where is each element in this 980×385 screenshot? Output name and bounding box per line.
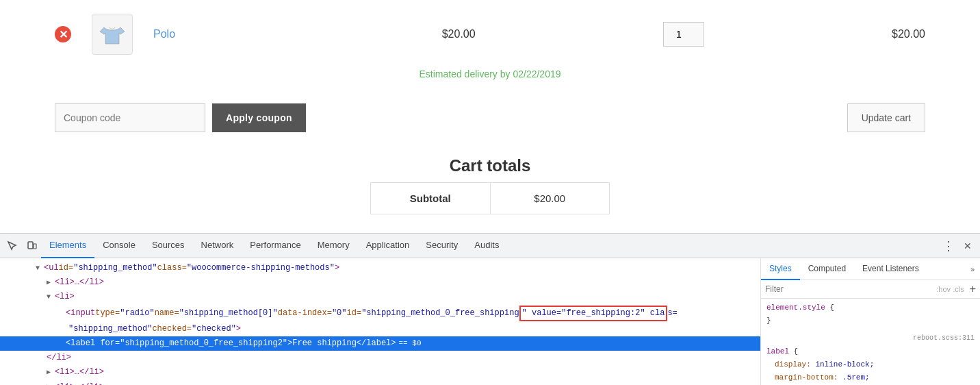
coupon-row: Apply coupon Update cart (55, 93, 925, 142)
tab-memory[interactable]: Memory (309, 234, 358, 258)
subtotal-label: Subtotal (371, 183, 491, 214)
tab-sources[interactable]: Sources (144, 234, 193, 258)
svg-rect-1 (34, 244, 36, 249)
html-line[interactable]: "shipping_method" checked="checked" > (0, 322, 760, 336)
webpage-area: ✕ Polo $20.00 $20.00 Estimated delivery … (0, 0, 980, 233)
tab-console[interactable]: Console (94, 234, 144, 258)
product-total: $20.00 (791, 28, 925, 40)
styles-filter-input[interactable] (765, 284, 933, 294)
svg-rect-0 (28, 242, 33, 249)
totals-table: Subtotal $20.00 (370, 182, 610, 214)
html-line[interactable]: <input type="radio" name="shipping_metho… (0, 305, 760, 322)
style-selector: label { (766, 345, 975, 358)
styles-filter-row: :hov .cls + (761, 280, 980, 299)
html-line[interactable]: </li> (0, 351, 760, 365)
highlight-attribute: " value="free_shipping:2" cla (519, 306, 668, 321)
styles-tab-more[interactable]: » (965, 258, 980, 280)
remove-item-button[interactable]: ✕ (55, 26, 71, 42)
coupon-input[interactable] (55, 103, 205, 132)
styles-tab-event-listeners[interactable]: Event Listeners (854, 258, 927, 280)
close-devtools-button[interactable]: ✕ (958, 236, 977, 256)
device-toolbar-button[interactable] (22, 236, 41, 256)
tab-security[interactable]: Security (417, 234, 466, 258)
cart-item-row: ✕ Polo $20.00 $20.00 (55, 0, 925, 62)
html-line[interactable]: ▼ <li> (0, 290, 760, 304)
style-selector: element.style { (766, 301, 975, 314)
collapse-triangle[interactable]: ▼ (47, 292, 55, 303)
style-block-label-reboot: reboot.scss:311 label { display: inline-… (766, 332, 975, 385)
styles-tab-styles[interactable]: Styles (761, 258, 800, 280)
tab-network[interactable]: Network (193, 234, 242, 258)
style-property: display: inline-block; (766, 358, 975, 371)
style-block-element: element.style { } (766, 301, 975, 327)
collapse-triangle[interactable]: ▶ (47, 382, 55, 385)
styles-tabs: Styles Computed Event Listeners » (761, 258, 980, 280)
device-icon (26, 240, 37, 251)
tab-audits[interactable]: Audits (466, 234, 507, 258)
style-property: margin-bottom: .5rem; (766, 371, 975, 384)
html-line[interactable]: ▶ <li>…</li> (0, 365, 760, 380)
styles-content: element.style { } reboot.scss:311 label … (761, 299, 980, 385)
add-rule-button[interactable]: + (970, 283, 976, 295)
tab-application[interactable]: Application (358, 234, 418, 258)
styles-tab-computed[interactable]: Computed (800, 258, 854, 280)
styles-panel: Styles Computed Event Listeners » :hov .… (761, 258, 980, 385)
subtotal-row: Subtotal $20.00 (371, 183, 609, 214)
product-name[interactable]: Polo (153, 28, 422, 40)
collapse-triangle[interactable]: ▼ (36, 263, 44, 274)
html-line[interactable]: ▶ <li>…</li> (0, 275, 760, 290)
collapse-triangle[interactable]: ▶ (47, 367, 55, 378)
product-price: $20.00 (442, 28, 643, 40)
subtotal-value: $20.00 (491, 183, 610, 214)
inspect-icon (7, 240, 18, 251)
product-image (92, 14, 133, 55)
update-cart-button[interactable]: Update cart (847, 103, 925, 132)
apply-coupon-button[interactable]: Apply coupon (212, 103, 306, 132)
html-line-selected[interactable]: <label for="shipping_method_0_free_shipp… (0, 336, 760, 351)
devtools-toolbar: Elements Console Sources Network Perform… (0, 234, 980, 258)
tab-performance[interactable]: Performance (242, 234, 309, 258)
product-quantity (663, 22, 771, 47)
html-line[interactable]: ▼ <ul id="shipping_method" class="woocom… (0, 261, 760, 275)
style-source[interactable]: reboot.scss:311 (766, 332, 975, 344)
devtools-content: ▼ <ul id="shipping_method" class="woocom… (0, 258, 980, 385)
devtools-panel: Elements Console Sources Network Perform… (0, 233, 980, 385)
inspect-element-button[interactable] (3, 236, 22, 256)
quantity-input[interactable] (663, 22, 704, 47)
product-image-svg (99, 21, 126, 48)
html-line[interactable]: ▶ <li>…</li> (0, 380, 760, 386)
more-options-button[interactable]: ⋮ (939, 236, 958, 256)
delivery-text: Estimated delivery by 02/22/2019 (55, 62, 925, 93)
styles-filter-hint: :hov .cls (936, 285, 964, 293)
tab-elements[interactable]: Elements (41, 234, 94, 258)
dom-dollar-ref: == $0 (398, 338, 421, 350)
html-panel: ▼ <ul id="shipping_method" class="woocom… (0, 258, 761, 385)
collapse-triangle[interactable]: ▶ (47, 277, 55, 288)
cart-totals-section: Cart totals Subtotal $20.00 (55, 142, 925, 221)
cart-totals-title: Cart totals (55, 156, 925, 175)
